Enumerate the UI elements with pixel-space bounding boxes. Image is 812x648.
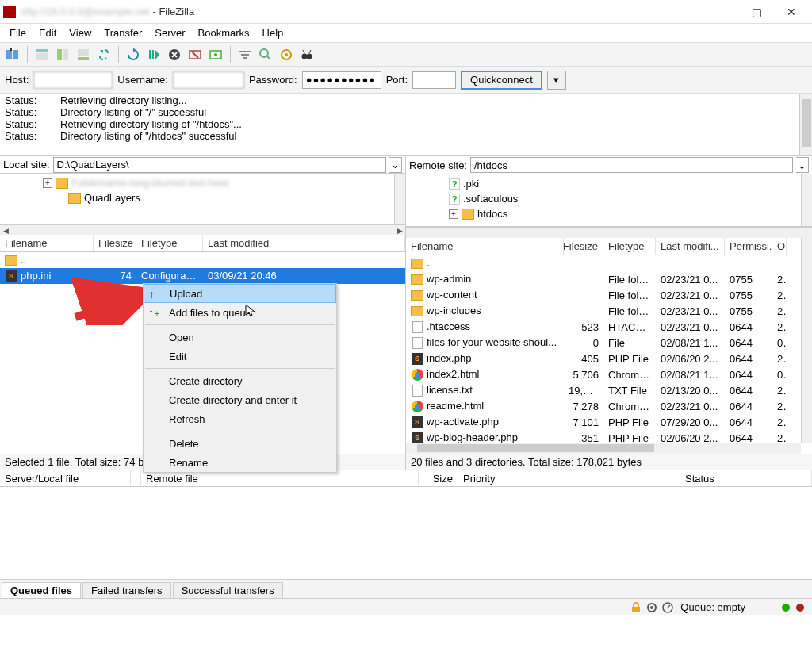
tree-node[interactable]: .pki bbox=[463, 178, 479, 190]
remote-list-hscroll[interactable] bbox=[406, 443, 801, 454]
col-filename[interactable]: Filename bbox=[406, 238, 564, 255]
table-row[interactable]: index2.html5,706Chrome ...02/08/21 1...0… bbox=[406, 366, 812, 382]
close-button[interactable]: ✕ bbox=[774, 1, 809, 23]
menu-server[interactable]: Server bbox=[148, 25, 191, 40]
app-icon bbox=[3, 6, 16, 18]
table-row[interactable]: wp-includesFile folder02/23/21 0...07552 bbox=[406, 303, 812, 319]
toggle-tree-icon[interactable] bbox=[53, 45, 72, 64]
context-label: Open bbox=[169, 332, 194, 343]
table-row[interactable]: Sindex.php405PHP File02/06/20 2...06442 bbox=[406, 351, 812, 366]
tree-node[interactable]: .softaculous bbox=[463, 193, 518, 205]
queue-body[interactable] bbox=[0, 487, 812, 579]
col-filetype[interactable]: Filetype bbox=[136, 235, 203, 251]
context-item[interactable]: Edit bbox=[144, 347, 336, 366]
remote-path-dropdown[interactable]: ⌄ bbox=[796, 157, 809, 173]
table-row[interactable]: .htaccess523HTACCE...02/23/21 0...06442 bbox=[406, 319, 812, 335]
col-filetype[interactable]: Filetype bbox=[603, 238, 656, 255]
tree-node[interactable]: QuadLayers bbox=[84, 192, 140, 204]
qcol-remote[interactable]: Remote file bbox=[141, 470, 419, 486]
context-item[interactable]: ↑Upload bbox=[144, 284, 336, 303]
tab-failed[interactable]: Failed transfers bbox=[82, 582, 171, 598]
menu-bookmarks[interactable]: Bookmarks bbox=[192, 25, 256, 40]
maximize-button[interactable]: ▢ bbox=[739, 1, 774, 23]
table-row[interactable]: Sphp.ini74Configurati...03/09/21 20:46 bbox=[0, 268, 405, 284]
sitemanager-icon[interactable] bbox=[3, 45, 22, 64]
tab-success[interactable]: Successful transfers bbox=[173, 582, 283, 598]
log-scrollbar[interactable] bbox=[799, 94, 812, 155]
table-row[interactable]: Swp-activate.php7,101PHP File07/29/20 0.… bbox=[406, 414, 812, 430]
table-row[interactable]: .. bbox=[0, 252, 405, 268]
refresh-icon[interactable] bbox=[124, 45, 143, 64]
context-item[interactable]: Open bbox=[144, 328, 336, 347]
col-owner[interactable]: O bbox=[772, 238, 787, 255]
port-label: Port: bbox=[386, 74, 408, 86]
minimize-button[interactable]: — bbox=[704, 1, 739, 23]
remote-file-list[interactable]: Filename Filesize Filetype Last modifi..… bbox=[406, 238, 812, 454]
remote-tree-hscroll[interactable] bbox=[406, 227, 812, 238]
context-item[interactable]: ↑+Add files to queue bbox=[144, 303, 336, 322]
tab-queued[interactable]: Queued files bbox=[2, 582, 81, 598]
quickconnect-dropdown[interactable]: ▾ bbox=[547, 71, 566, 90]
table-row[interactable]: wp-adminFile folder02/23/21 0...07552 bbox=[406, 271, 812, 287]
compare-icon[interactable] bbox=[256, 45, 275, 64]
menu-transfer[interactable]: Transfer bbox=[98, 25, 148, 40]
log-pane: Status:Retrieving directory listing... S… bbox=[0, 94, 812, 155]
qcol-local[interactable]: Server/Local file bbox=[0, 470, 131, 486]
context-item[interactable]: Refresh bbox=[144, 409, 336, 428]
gear-icon[interactable] bbox=[645, 601, 658, 614]
svg-rect-2 bbox=[10, 48, 12, 51]
table-row[interactable]: .. bbox=[406, 255, 812, 271]
quickconnect-button[interactable]: Quickconnect bbox=[461, 71, 542, 90]
host-input[interactable] bbox=[33, 71, 113, 89]
col-lastmod[interactable]: Last modified bbox=[203, 235, 405, 251]
table-row[interactable]: wp-contentFile folder02/23/21 0...07552 bbox=[406, 287, 812, 303]
context-item[interactable]: Delete bbox=[144, 434, 336, 453]
remote-path-input[interactable] bbox=[470, 157, 793, 173]
local-path-dropdown[interactable]: ⌄ bbox=[389, 157, 402, 173]
col-filesize[interactable]: Filesize bbox=[94, 235, 136, 251]
qcol-priority[interactable]: Priority bbox=[458, 470, 680, 486]
remote-tree[interactable]: ?.pki ?.softaculous +htdocs bbox=[406, 174, 812, 227]
qcol-status[interactable]: Status bbox=[680, 470, 812, 486]
table-row[interactable]: readme.html7,278Chrome ...02/23/21 0...0… bbox=[406, 398, 812, 414]
tree-node[interactable]: htdocs bbox=[477, 208, 508, 220]
menu-edit[interactable]: Edit bbox=[33, 25, 63, 40]
table-row[interactable]: files for your website shoul...0File02/0… bbox=[406, 335, 812, 351]
local-tree-hscroll[interactable]: ◀▶ bbox=[0, 224, 405, 235]
svg-rect-10 bbox=[152, 50, 154, 59]
table-row[interactable]: license.txt19,915TXT File02/13/20 0...06… bbox=[406, 382, 812, 398]
auto-icon[interactable] bbox=[277, 45, 296, 64]
filter-icon[interactable] bbox=[236, 45, 255, 64]
local-path-input[interactable] bbox=[53, 157, 386, 173]
local-tree[interactable]: +Foldername-long-blurred-text-here QuadL… bbox=[0, 174, 405, 224]
disconnect-icon[interactable] bbox=[186, 45, 205, 64]
remote-tree-vscroll[interactable] bbox=[801, 174, 812, 226]
svg-point-21 bbox=[302, 53, 308, 59]
col-perms[interactable]: Permissi... bbox=[725, 238, 772, 255]
context-item[interactable]: Create directory and enter it bbox=[144, 390, 336, 409]
sync-browse-icon[interactable] bbox=[94, 45, 113, 64]
local-tree-vscroll[interactable] bbox=[394, 174, 405, 223]
remote-list-vscroll[interactable] bbox=[801, 238, 812, 443]
col-filename[interactable]: Filename bbox=[0, 235, 94, 251]
context-item[interactable]: Rename bbox=[144, 453, 336, 472]
context-label: Refresh bbox=[169, 413, 205, 425]
col-filesize[interactable]: Filesize bbox=[564, 238, 603, 255]
menu-file[interactable]: File bbox=[3, 25, 33, 40]
context-item[interactable]: Create directory bbox=[144, 371, 336, 390]
cancel-icon[interactable] bbox=[165, 45, 184, 64]
activity-led-1 bbox=[782, 604, 790, 612]
qcol-size[interactable]: Size bbox=[419, 470, 458, 486]
col-lastmod[interactable]: Last modifi... bbox=[656, 238, 725, 255]
password-input[interactable] bbox=[302, 71, 381, 89]
menu-view[interactable]: View bbox=[63, 25, 98, 40]
toggle-queue-icon[interactable] bbox=[74, 45, 93, 64]
reconnect-icon[interactable] bbox=[206, 45, 225, 64]
menu-help[interactable]: Help bbox=[256, 25, 290, 40]
search-icon[interactable] bbox=[297, 45, 316, 64]
svg-rect-1 bbox=[13, 50, 18, 59]
process-queue-icon[interactable] bbox=[144, 45, 163, 64]
port-input[interactable] bbox=[412, 71, 456, 89]
username-input[interactable] bbox=[173, 71, 244, 89]
toggle-log-icon[interactable] bbox=[33, 45, 52, 64]
